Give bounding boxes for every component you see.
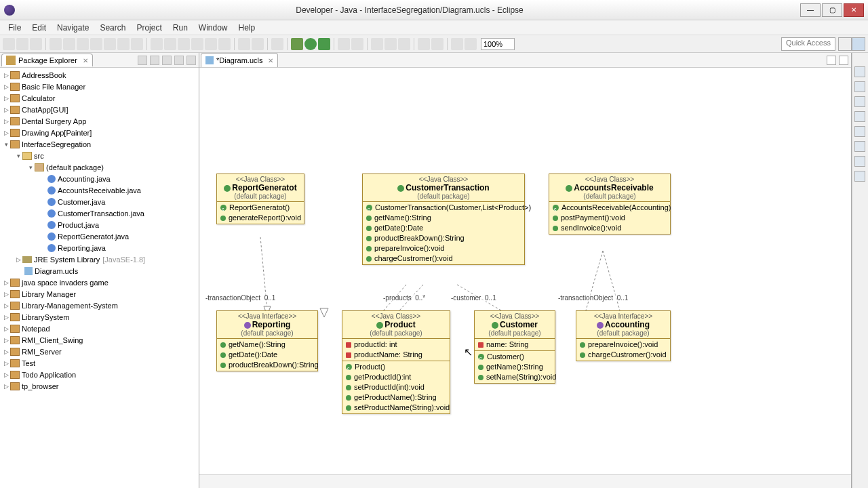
tool-button[interactable] xyxy=(178,38,190,50)
link-editor-button[interactable] xyxy=(150,56,159,65)
tool-button[interactable] xyxy=(117,38,130,50)
view-menu-button[interactable] xyxy=(162,56,172,65)
tree-item[interactable]: ▷RMI_Client_Swing xyxy=(0,334,199,346)
tree-item[interactable]: ▷JRE System Library[JavaSE-1.8] xyxy=(0,253,199,265)
maximize-view-button[interactable] xyxy=(186,56,196,65)
tree-item[interactable]: ▷Dental Surgery App xyxy=(0,115,199,127)
uml-interface-reporting[interactable]: <<Java Interface>>Reporting(default pack… xyxy=(216,310,318,371)
uml-interface-accounting[interactable]: <<Java Interface>>Accounting(default pac… xyxy=(576,310,671,361)
tree-item[interactable]: ▷LibrarySystem xyxy=(0,311,199,323)
close-editor-icon[interactable]: ✕ xyxy=(268,57,273,64)
tree-item[interactable]: ▷ChatApp[GUI] xyxy=(0,104,199,115)
minimize-view-button[interactable] xyxy=(174,56,184,65)
tool-button[interactable] xyxy=(77,38,89,50)
close-button[interactable]: ✕ xyxy=(844,3,864,17)
tree-item[interactable]: ▷Calculator xyxy=(0,92,199,104)
view-button[interactable] xyxy=(854,141,865,152)
uml-class-reportgeneratot[interactable]: <<Java Class>>ReportGeneratot(default pa… xyxy=(216,174,304,224)
tree-item[interactable]: ▷Library-Management-System xyxy=(0,300,199,311)
tree-item[interactable]: ▷tp_browser xyxy=(0,380,199,392)
menu-run[interactable]: Run xyxy=(167,22,193,34)
tree-item[interactable]: ▷Notepad xyxy=(0,323,199,334)
tree-item[interactable]: ▾src xyxy=(0,150,199,161)
view-button[interactable] xyxy=(854,111,865,122)
tree-item[interactable]: Diagram.ucls xyxy=(0,265,199,277)
menu-help[interactable]: Help xyxy=(233,22,261,34)
editor-tab-diagram[interactable]: *Diagram.ucls ✕ xyxy=(201,53,278,67)
tool-button[interactable] xyxy=(131,38,143,50)
save-button[interactable] xyxy=(16,38,28,50)
java-perspective-button[interactable] xyxy=(852,37,865,51)
tree-item[interactable]: ▷Library Manager xyxy=(0,288,199,300)
uml-class-customertransaction[interactable]: <<Java Class>>CustomerTransaction(defaul… xyxy=(362,174,525,265)
tree-item[interactable]: ReportGeneratot.java xyxy=(0,230,199,242)
tree-item[interactable]: ▷java space invaders game xyxy=(0,277,199,288)
run-button[interactable] xyxy=(304,38,317,50)
tree-item[interactable]: CustomerTransaction.java xyxy=(0,207,199,219)
collapse-all-button[interactable] xyxy=(138,56,147,65)
tool-button[interactable] xyxy=(90,38,102,50)
tool-button[interactable] xyxy=(271,38,283,50)
package-explorer-tab[interactable]: Package Explorer ✕ xyxy=(1,54,93,66)
tree-item[interactable]: ▾(default package) xyxy=(0,161,199,173)
uml-class-product[interactable]: <<Java Class>>Product(default package) p… xyxy=(342,310,450,414)
menu-edit[interactable]: Edit xyxy=(26,22,52,34)
menu-search[interactable]: Search xyxy=(94,22,131,34)
tool-button[interactable] xyxy=(384,38,397,50)
view-button[interactable] xyxy=(854,171,865,182)
tool-button[interactable] xyxy=(338,38,350,50)
tool-button[interactable] xyxy=(151,38,163,50)
tool-button[interactable] xyxy=(252,38,264,50)
tool-button[interactable] xyxy=(205,38,217,50)
tree-item[interactable]: ▷AddressBook xyxy=(0,69,199,81)
maximize-button[interactable]: ▢ xyxy=(822,3,842,17)
tool-button[interactable] xyxy=(164,38,176,50)
tool-button[interactable] xyxy=(351,38,363,50)
tool-button[interactable] xyxy=(191,38,203,50)
debug-button[interactable] xyxy=(291,38,303,50)
forward-button[interactable] xyxy=(465,38,477,50)
tree-item[interactable]: AccountsReceivable.java xyxy=(0,184,199,196)
outline-view-button[interactable] xyxy=(854,66,865,77)
tool-button[interactable] xyxy=(398,38,410,50)
tree-item[interactable]: Product.java xyxy=(0,219,199,230)
tree-item[interactable]: ▷Drawing App[Painter] xyxy=(0,127,199,138)
menu-navigate[interactable]: Navigate xyxy=(52,22,94,34)
project-tree[interactable]: ▷AddressBook ▷Basic File Manager ▷Calcul… xyxy=(0,68,199,488)
back-button[interactable] xyxy=(451,38,463,50)
tree-item[interactable]: ▷RMI_Server xyxy=(0,346,199,357)
tree-item[interactable]: ▷Basic File Manager xyxy=(0,81,199,92)
tree-item[interactable]: Accounting.java xyxy=(0,173,199,184)
saveall-button[interactable] xyxy=(30,38,42,50)
tree-item[interactable]: ▷Todo Application xyxy=(0,369,199,380)
minimize-button[interactable]: — xyxy=(800,3,821,17)
new-button[interactable] xyxy=(3,38,15,50)
diagram-canvas[interactable]: <<Java Class>>ReportGeneratot(default pa… xyxy=(199,68,851,474)
tool-button[interactable] xyxy=(63,38,75,50)
menu-window[interactable]: Window xyxy=(193,22,233,34)
tool-button[interactable] xyxy=(371,38,383,50)
view-button[interactable] xyxy=(854,156,865,167)
view-button[interactable] xyxy=(854,96,865,107)
close-view-icon[interactable]: ✕ xyxy=(83,57,88,64)
tool-button[interactable] xyxy=(218,38,231,50)
maximize-editor-button[interactable] xyxy=(839,56,848,65)
uml-class-accountsreceivable[interactable]: <<Java Class>>AccountsReceivable(default… xyxy=(549,174,671,235)
menu-file[interactable]: File xyxy=(3,22,26,34)
tool-button[interactable] xyxy=(104,38,116,50)
tree-item[interactable]: Customer.java xyxy=(0,196,199,207)
tasks-view-button[interactable] xyxy=(854,81,865,92)
view-button[interactable] xyxy=(854,126,865,137)
tree-item-expanded[interactable]: ▾InterfaceSegregation xyxy=(0,138,199,150)
open-perspective-button[interactable] xyxy=(838,37,852,51)
tree-item[interactable]: Reporting.java xyxy=(0,242,199,253)
menu-project[interactable]: Project xyxy=(131,22,167,34)
tool-button[interactable] xyxy=(238,38,250,50)
quick-access[interactable]: Quick Access xyxy=(781,37,835,51)
zoom-input[interactable] xyxy=(481,38,515,50)
tool-button[interactable] xyxy=(418,38,430,50)
tree-item[interactable]: ▷Test xyxy=(0,357,199,369)
minimize-editor-button[interactable] xyxy=(827,56,836,65)
tool-button[interactable] xyxy=(50,38,62,50)
tool-button[interactable] xyxy=(431,38,443,50)
